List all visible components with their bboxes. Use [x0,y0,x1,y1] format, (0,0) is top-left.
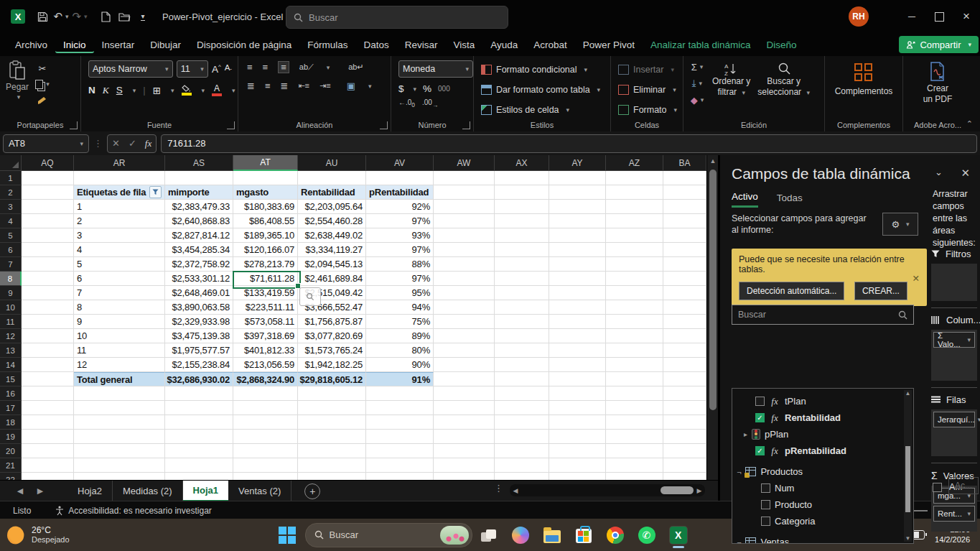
cell[interactable] [606,286,663,300]
field-item-tplan[interactable]: fxtPlan [737,393,910,409]
cell[interactable] [549,228,606,243]
cell[interactable] [22,386,74,401]
font-color-icon[interactable]: A [212,84,222,96]
cell[interactable] [22,343,74,358]
cell[interactable]: 12 [74,358,165,372]
cell[interactable] [606,171,663,185]
cell[interactable]: 89% [366,329,434,343]
field-checkbox[interactable] [761,483,770,493]
cell[interactable]: 80% [366,343,434,358]
cell[interactable] [165,415,233,430]
cell[interactable] [495,343,549,358]
cell[interactable] [434,372,495,386]
cell[interactable] [434,444,495,458]
row-header-6[interactable]: 6 [0,243,22,257]
font-name-select[interactable]: Aptos Narrow▾ [88,60,173,78]
pane-chevron-icon[interactable]: ⌄ [935,167,943,177]
ribbon-tab-acrobat[interactable]: Acrobat [526,36,575,54]
cell[interactable] [74,171,165,185]
cell[interactable]: $29,818,605.12 [298,372,366,386]
cell[interactable]: $133,419.59 [233,286,298,300]
cell[interactable] [549,185,606,200]
cell[interactable] [495,200,549,214]
column-header-AR[interactable]: AR [74,155,165,171]
cell[interactable]: 9 [74,315,165,329]
expand-icon[interactable]: ▸ [744,430,747,438]
cell[interactable] [495,185,549,200]
ribbon-tab-diseño[interactable]: Diseño [758,36,804,54]
ribbon-tab-revisar[interactable]: Revisar [397,36,446,54]
cell[interactable]: mimporte [165,185,233,200]
number-format-select[interactable]: Moneda▾ [398,60,473,78]
field-item-pplan[interactable]: ▸pPlan [737,426,910,443]
cell[interactable] [22,329,74,343]
ribbon-tab-dibujar[interactable]: Dibujar [142,36,189,54]
cell[interactable]: $573,058.11 [233,315,298,329]
cell[interactable]: Rentabilidad [298,185,366,200]
horizontal-scrollbar[interactable]: ◀ ▶ [510,484,705,496]
row-header-4[interactable]: 4 [0,214,22,228]
sheet-tab-hoja2[interactable]: Hoja2 [67,481,113,501]
row-header-22[interactable]: 22 [0,473,22,480]
scroll-right-icon[interactable]: ▶ [694,487,705,494]
cell[interactable] [22,286,74,300]
cut-icon[interactable]: ✂ [34,62,50,75]
select-all-corner[interactable] [0,155,22,171]
cell[interactable] [549,257,606,272]
align-left-icon[interactable]: ≣ [247,81,255,91]
cell[interactable] [549,286,606,300]
cell[interactable] [74,401,165,415]
auto-detect-button[interactable]: Detección automática... [739,282,844,300]
title-search-box[interactable]: Buscar [286,6,508,29]
cell[interactable] [606,473,663,480]
cell[interactable]: $2,203,095.64 [298,200,366,214]
cell[interactable] [434,358,495,372]
row-header-7[interactable]: 7 [0,257,22,272]
cell[interactable] [366,386,434,401]
cell[interactable] [606,272,663,286]
cell[interactable] [549,315,606,329]
collapse-icon[interactable]: ⌐ [737,538,741,545]
cell[interactable]: $3,334,119.27 [298,243,366,257]
cell[interactable] [495,415,549,430]
cell[interactable] [434,272,495,286]
cell[interactable] [165,171,233,185]
cell[interactable] [22,300,74,315]
cell[interactable] [549,358,606,372]
cell[interactable] [606,343,663,358]
chevron-down-icon[interactable]: ▾ [967,336,971,343]
underline-button[interactable]: S [116,85,123,96]
sheet-tab-hoja1[interactable]: Hoja1 [183,481,228,501]
increase-indent-icon[interactable]: ⇥≡ [319,82,331,90]
cell[interactable]: $2,648,469.01 [165,286,233,300]
cell[interactable] [22,171,74,185]
column-header-AS[interactable]: AS [165,155,233,171]
cell[interactable] [663,473,706,480]
cell[interactable]: $2,155,238.84 [165,358,233,372]
cell[interactable] [549,430,606,444]
cell[interactable]: $180,383.69 [233,200,298,214]
cell[interactable] [298,458,366,473]
ribbon-tab-power-pivot[interactable]: Power Pivot [575,36,643,54]
cell[interactable] [233,430,298,444]
cell[interactable] [495,430,549,444]
cell[interactable] [434,185,495,200]
cell[interactable] [165,444,233,458]
cell[interactable] [298,473,366,480]
filter-icon[interactable] [149,186,162,198]
cell[interactable] [22,257,74,272]
cell[interactable] [233,171,298,185]
row-header-14[interactable]: 14 [0,358,22,372]
cell[interactable] [495,272,549,286]
cell[interactable] [434,458,495,473]
cell[interactable] [549,171,606,185]
row-header-9[interactable]: 9 [0,286,22,300]
cell[interactable]: Etiquetas de fila [74,185,165,200]
column-header-AZ[interactable]: AZ [606,155,663,171]
cell[interactable] [663,386,706,401]
ms-store-button[interactable] [574,526,593,545]
field-checkbox[interactable] [761,500,770,509]
row-header-5[interactable]: 5 [0,228,22,243]
collapse-icon[interactable]: ⌐ [737,468,741,476]
cell[interactable] [22,214,74,228]
